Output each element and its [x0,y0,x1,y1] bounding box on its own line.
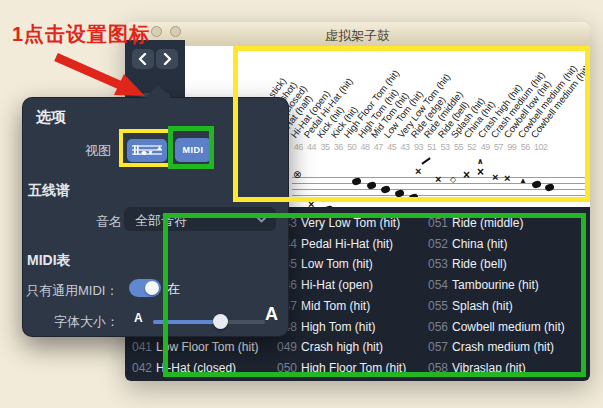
highlight-rect-midi-table [163,213,586,377]
general-midi-label: 只有通用MIDI： [26,282,118,300]
midi-section-title: MIDI表 [27,252,71,270]
annotation-arrow-icon [42,48,152,100]
highlight-rect-staff-view-button [119,129,172,167]
midi-number: 042 [132,361,152,375]
next-button[interactable] [156,49,178,69]
step-annotation-text: 1点击设置图标 [12,21,150,48]
title-bar[interactable]: 虚拟架子鼓 [125,22,590,47]
font-size-label: 字体大小： [54,313,119,331]
staff-section-title: 五线谱 [28,182,70,200]
font-small-glyph: A [134,311,143,325]
note-name-label: 音名 [96,213,122,231]
popover-title: 选项 [36,108,66,127]
highlight-rect-staff-area [233,46,590,202]
view-label: 视图 [85,142,111,160]
toggle-knob [145,281,159,295]
midi-number: 041 [132,340,152,354]
general-midi-toggle[interactable] [129,279,161,297]
window-title: 虚拟架子鼓 [125,27,590,45]
desktop: 虚拟架子鼓 Snare (hit)Snare (side stick)Snare… [0,0,603,408]
highlight-rect-midi-view-button [168,126,214,169]
